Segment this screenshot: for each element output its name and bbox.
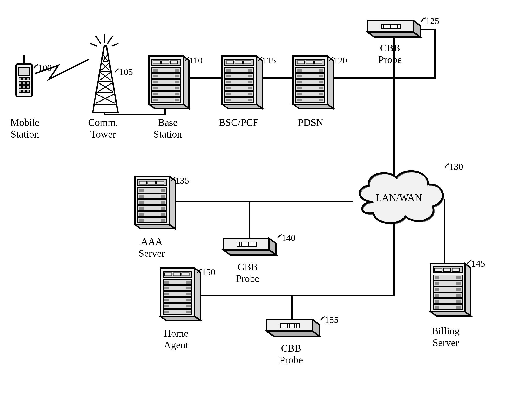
label-comm-tower: Comm. Tower xyxy=(88,117,118,140)
svg-rect-61 xyxy=(23,86,25,89)
ref-145: 145 xyxy=(471,258,485,269)
svg-rect-55 xyxy=(23,78,25,80)
network-diagram: 100 Mobile Station 105 Comm. Tower 110 B… xyxy=(0,0,532,402)
label-cbb-probe-155: CBB Probe xyxy=(279,343,303,366)
cbb-probe-155-icon xyxy=(267,320,319,336)
svg-marker-67 xyxy=(93,46,118,112)
ref-100: 100 xyxy=(38,62,52,73)
bsc-pcf-icon xyxy=(222,56,262,108)
svg-rect-52 xyxy=(16,64,32,96)
svg-line-69 xyxy=(96,94,114,103)
svg-line-68 xyxy=(96,94,114,103)
label-cbb-probe-140: CBB Probe xyxy=(236,261,260,285)
ref-130: 130 xyxy=(449,161,463,172)
svg-line-74 xyxy=(102,63,109,70)
svg-line-76 xyxy=(103,55,108,61)
svg-rect-59 xyxy=(26,82,29,84)
svg-rect-57 xyxy=(19,82,22,84)
svg-line-41 xyxy=(112,44,118,46)
ref-140: 140 xyxy=(282,232,295,243)
base-station-icon xyxy=(149,56,189,108)
ref-115: 115 xyxy=(262,55,276,66)
svg-line-71 xyxy=(98,83,113,92)
ref-125: 125 xyxy=(425,16,439,26)
svg-line-72 xyxy=(100,72,111,80)
svg-line-70 xyxy=(98,83,113,92)
svg-rect-60 xyxy=(19,86,22,89)
svg-rect-62 xyxy=(26,86,29,89)
svg-line-39 xyxy=(108,37,112,44)
cbb-probe-140-icon xyxy=(223,238,276,255)
label-bsc-pcf: BSC/PCF xyxy=(219,117,259,129)
comm-tower-icon xyxy=(93,46,118,112)
svg-line-40 xyxy=(90,44,96,46)
label-pdsn: PDSN xyxy=(298,117,323,129)
billing-server-icon xyxy=(431,264,471,316)
ref-150: 150 xyxy=(202,267,215,278)
svg-rect-58 xyxy=(23,82,25,84)
svg-line-37 xyxy=(96,37,101,44)
ref-105: 105 xyxy=(119,66,133,77)
ref-110: 110 xyxy=(189,55,203,66)
label-aaa-server: AAA Server xyxy=(139,236,165,259)
svg-line-73 xyxy=(100,72,111,80)
ref-120: 120 xyxy=(333,55,347,66)
svg-line-75 xyxy=(102,63,109,70)
label-mobile-station: Mobile Station xyxy=(10,117,39,140)
cbb-probe-125-icon xyxy=(367,21,420,37)
svg-line-77 xyxy=(103,55,108,61)
label-cbb-probe-125: CBB Probe xyxy=(378,42,402,65)
svg-rect-65 xyxy=(26,90,29,93)
mobile-station-icon xyxy=(16,55,32,96)
svg-rect-54 xyxy=(19,78,22,80)
label-home-agent: Home Agent xyxy=(164,328,189,351)
home-agent-icon xyxy=(160,268,200,320)
ref-155: 155 xyxy=(325,314,338,325)
svg-rect-56 xyxy=(26,78,29,80)
label-billing-server: Billing Server xyxy=(432,325,460,349)
pdsn-icon xyxy=(293,56,333,108)
label-base-station: Base Station xyxy=(153,117,182,140)
ref-135: 135 xyxy=(175,175,189,186)
svg-rect-63 xyxy=(19,90,22,93)
svg-rect-64 xyxy=(23,90,25,93)
aaa-server-icon xyxy=(135,176,175,229)
label-lan-wan: LAN/WAN xyxy=(376,192,422,204)
svg-rect-53 xyxy=(19,67,29,75)
